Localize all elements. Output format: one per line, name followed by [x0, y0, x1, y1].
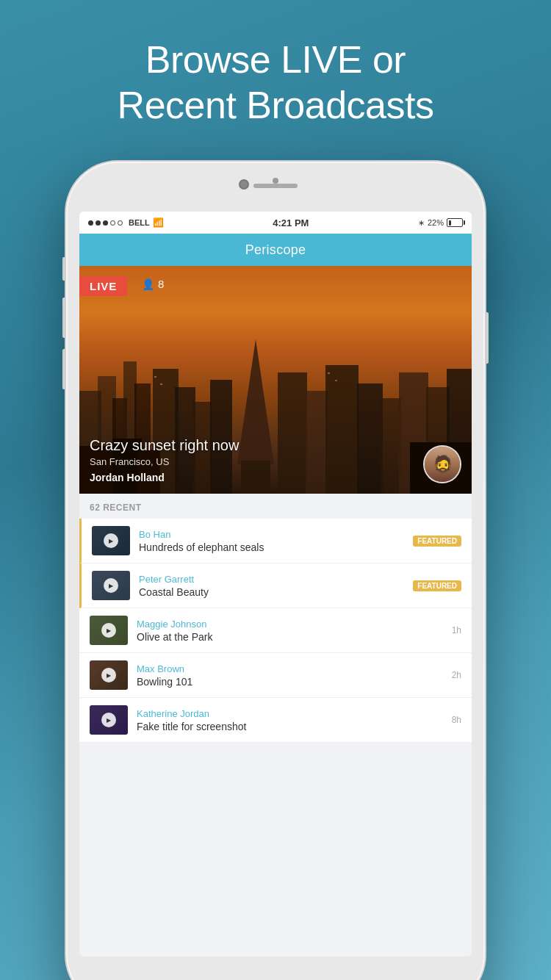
hero-title: Crazy sunset right now: [90, 437, 420, 454]
btn-vol-down: [62, 349, 66, 389]
item-info: Maggie Johnson Olive at the Park: [137, 619, 446, 643]
signal-dot-5: [118, 220, 123, 226]
broadcast-item[interactable]: ▶ Maggie Johnson Olive at the Park 1h: [79, 608, 472, 653]
item-time: 8h: [452, 715, 461, 725]
play-icon: ▶: [104, 578, 118, 593]
thumbnail: ▶: [90, 616, 128, 645]
hero-avatar: 🧔: [423, 445, 461, 483]
featured-badge: FEATURED: [413, 536, 461, 547]
battery-icon: [447, 218, 463, 227]
item-info: Max Brown Bowling 101: [137, 663, 446, 688]
play-icon: ▶: [101, 623, 116, 638]
signal-dot-2: [96, 220, 101, 226]
page-title: Browse LIVE or Recent Broadcasts: [44, 37, 507, 129]
hero-location: San Francisco, US: [90, 456, 420, 467]
btn-vol-up: [62, 298, 66, 338]
broadcast-item[interactable]: ▶ Peter Garrett Coastal Beauty FEATURED: [79, 563, 472, 608]
thumbnail: ▶: [90, 705, 128, 735]
item-time: 1h: [452, 625, 461, 635]
app-header: Periscope: [79, 234, 472, 266]
item-title: Bowling 101: [137, 676, 446, 688]
item-info: Bo Han Hundreds of elephant seals: [139, 529, 407, 553]
btn-silent: [62, 257, 66, 281]
btn-power: [485, 312, 489, 364]
svg-rect-25: [160, 383, 162, 385]
phone-screen: BELL 📶 4:21 PM ∗ 22% Periscope: [79, 212, 472, 956]
battery-percent: 22%: [428, 218, 444, 227]
featured-badge: FEATURED: [413, 580, 461, 591]
play-icon: ▶: [101, 668, 116, 682]
play-icon: ▶: [101, 713, 116, 727]
svg-rect-26: [328, 372, 330, 374]
phone-frame: BELL 📶 4:21 PM ∗ 22% Periscope: [66, 162, 485, 980]
item-username: Peter Garrett: [139, 574, 407, 585]
app-title: Periscope: [245, 242, 306, 258]
hero-info: Crazy sunset right now San Francisco, US…: [90, 437, 420, 483]
item-time: 2h: [452, 670, 461, 680]
signal-dot-3: [103, 220, 108, 226]
phone-speaker: [253, 184, 298, 188]
bluetooth-icon: ∗: [418, 218, 425, 228]
item-info: Katherine Jordan Fake title for screensh…: [137, 708, 446, 732]
hero-broadcast[interactable]: LIVE 👤 8 Crazy sunset right now San Fran…: [79, 266, 472, 494]
broadcast-item[interactable]: ▶ Bo Han Hundreds of elephant seals FEAT…: [79, 519, 472, 563]
viewer-icon: 👤: [142, 278, 154, 290]
viewer-count: 👤 8: [142, 278, 164, 290]
carrier-label: BELL: [129, 218, 150, 227]
thumbnail: ▶: [92, 526, 130, 555]
status-right: ∗ 22%: [418, 218, 463, 228]
svg-rect-24: [154, 376, 156, 378]
item-title: Coastal Beauty: [139, 586, 407, 598]
broadcast-item[interactable]: ▶ Katherine Jordan Fake title for screen…: [79, 698, 472, 743]
signal-dot-4: [110, 220, 115, 226]
item-username: Bo Han: [139, 529, 407, 540]
item-title: Hundreds of elephant seals: [139, 541, 407, 553]
status-time: 4:21 PM: [273, 217, 309, 228]
broadcast-item[interactable]: ▶ Max Brown Bowling 101 2h: [79, 653, 472, 698]
thumbnail: ▶: [90, 660, 128, 690]
signal-dot-1: [88, 220, 93, 226]
item-title: Fake title for screenshot: [137, 721, 446, 732]
item-username: Max Brown: [137, 663, 446, 674]
item-username: Katherine Jordan: [137, 708, 446, 719]
status-left: BELL 📶: [88, 217, 164, 228]
status-bar: BELL 📶 4:21 PM ∗ 22%: [79, 212, 472, 234]
thumbnail: ▶: [92, 571, 130, 600]
item-info: Peter Garrett Coastal Beauty: [139, 574, 407, 598]
page-background: Browse LIVE or Recent Broadcasts: [0, 0, 551, 151]
svg-rect-27: [335, 380, 337, 381]
recent-header: 62 RECENT: [79, 494, 472, 519]
phone-camera: [239, 179, 249, 190]
play-icon: ▶: [104, 533, 118, 548]
item-username: Maggie Johnson: [137, 619, 446, 630]
page-header: Browse LIVE or Recent Broadcasts: [0, 0, 551, 151]
recent-section: 62 RECENT ▶ Bo Han Hundreds of elephant …: [79, 494, 472, 743]
wifi-icon: 📶: [153, 217, 164, 228]
hero-username: Jordan Holland: [90, 472, 420, 483]
battery-fill: [449, 220, 452, 226]
live-badge: LIVE: [79, 276, 127, 296]
item-title: Olive at the Park: [137, 631, 446, 643]
